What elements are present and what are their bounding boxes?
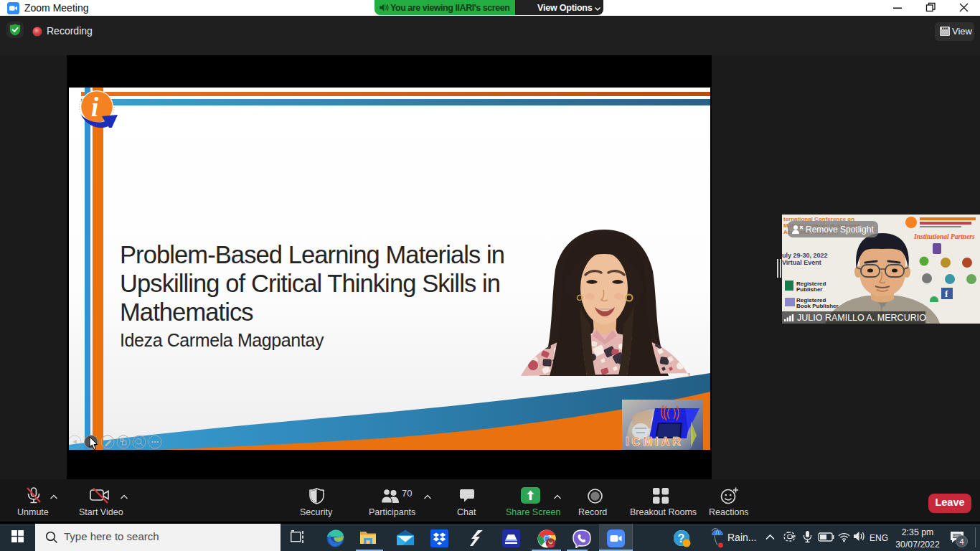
svg-text:Publisher: Publisher [796,286,822,293]
svg-text:ICMIAR: ICMIAR [626,435,684,448]
svg-text:i: i [91,93,99,122]
svg-text:f: f [945,288,948,299]
